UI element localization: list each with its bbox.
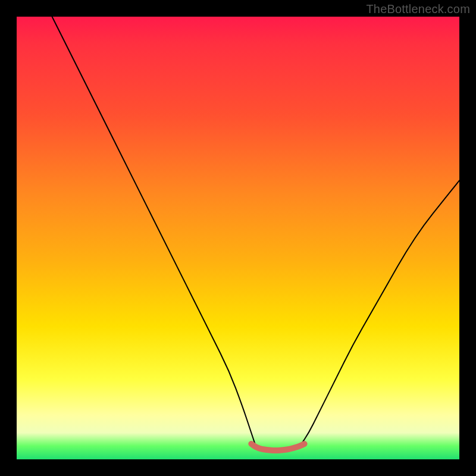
left-curve [52, 17, 256, 446]
right-curve [300, 180, 459, 446]
trough-highlight [251, 444, 304, 450]
chart-frame: TheBottleneck.com [0, 0, 476, 476]
watermark-text: TheBottleneck.com [366, 2, 470, 16]
plot-area [17, 17, 459, 459]
chart-svg [17, 17, 459, 459]
